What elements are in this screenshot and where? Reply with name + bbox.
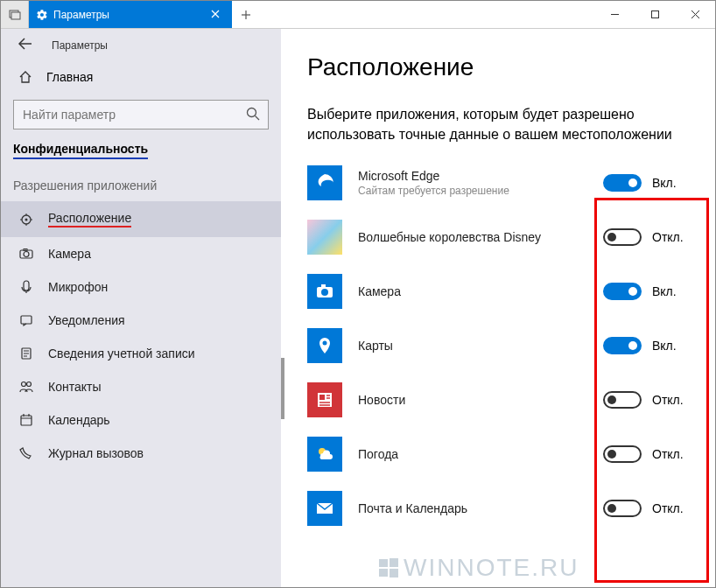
svg-rect-22 — [24, 281, 29, 290]
svg-rect-7 — [651, 11, 658, 18]
sidebar-item[interactable]: Календарь — [1, 403, 281, 437]
minimize-button[interactable] — [594, 1, 635, 28]
app-name: Почта и Календарь — [358, 501, 603, 515]
close-button[interactable] — [675, 1, 715, 28]
nav-icon — [18, 346, 34, 360]
new-tab-button[interactable] — [232, 1, 260, 28]
home-nav[interactable]: Главная — [1, 61, 281, 93]
toggle-switch[interactable] — [603, 228, 642, 246]
search-box[interactable] — [13, 100, 269, 130]
toggle-switch[interactable] — [603, 391, 642, 409]
app-subtext: Сайтам требуется разрешение — [358, 185, 603, 197]
sidebar-item[interactable]: Микрофон — [1, 270, 281, 304]
app-name: Новости — [358, 393, 603, 407]
svg-rect-37 — [321, 284, 326, 287]
svg-point-30 — [27, 382, 32, 387]
app-row: Microsoft EdgeСайтам требуется разрешени… — [307, 165, 698, 200]
app-row: Почта и КалендарьОткл. — [307, 491, 698, 526]
scrollbar-thumb[interactable] — [281, 358, 284, 419]
toggle-switch[interactable] — [603, 283, 642, 300]
tab-title: Параметры — [53, 9, 206, 21]
svg-line-12 — [256, 116, 260, 121]
gear-icon — [36, 9, 48, 21]
app-name: Погода — [358, 447, 603, 461]
app-name: Microsoft Edge — [358, 169, 603, 183]
nav-icon — [18, 313, 34, 327]
toggle-state: Вкл. — [652, 284, 677, 298]
svg-point-36 — [321, 289, 328, 296]
toggle-state: Вкл. — [652, 339, 677, 353]
main-panel: Расположение Выберите приложения, которы… — [281, 29, 715, 587]
svg-rect-31 — [21, 416, 32, 425]
svg-rect-1 — [11, 12, 20, 19]
nav-label: Камера — [48, 247, 91, 261]
app-row: КамераВкл. — [307, 274, 698, 309]
sidebar: Параметры Главная Конфиденциальность Раз… — [1, 29, 281, 587]
toggle-state: Откл. — [652, 501, 684, 515]
page-title: Расположение — [307, 53, 698, 81]
app-name: Карты — [358, 339, 603, 353]
tab-close-icon[interactable] — [206, 9, 225, 21]
back-button[interactable] — [18, 38, 32, 52]
toggle-state: Откл. — [652, 393, 684, 407]
svg-rect-50 — [390, 569, 398, 578]
toggle-state: Откл. — [652, 230, 684, 244]
nav-label: Сведения учетной записи — [48, 346, 195, 360]
app-row: КартыВкл. — [307, 328, 698, 363]
nav-label: Контакты — [48, 380, 101, 394]
svg-point-20 — [24, 252, 29, 257]
search-icon — [246, 107, 260, 124]
svg-point-11 — [248, 108, 256, 117]
sidebar-item[interactable]: Сведения учетной записи — [1, 337, 281, 370]
browser-tab[interactable]: Параметры — [29, 1, 232, 28]
app-name: Камера — [358, 284, 603, 298]
toggle-state: Вкл. — [652, 176, 677, 190]
titlebar: Параметры — [1, 1, 715, 29]
toggle-switch[interactable] — [603, 337, 642, 354]
section-subhead: Разрешения приложений — [1, 159, 281, 201]
nav-label: Журнал вызовов — [48, 446, 144, 460]
sidebar-item[interactable]: Камера — [1, 237, 281, 270]
watermark: WINNOTE.RU — [377, 554, 579, 582]
sidebar-item[interactable]: Журнал вызовов — [1, 437, 281, 470]
app-list: Microsoft EdgeСайтам требуется разрешени… — [307, 165, 698, 526]
sidebar-item[interactable]: Контакты — [1, 370, 281, 403]
nav-icon — [18, 380, 34, 394]
maximize-button[interactable] — [635, 1, 675, 28]
breadcrumb-label: Параметры — [52, 39, 108, 52]
app-row: НовостиОткл. — [307, 382, 698, 417]
toggle-switch[interactable] — [603, 445, 642, 463]
toggle-state: Откл. — [652, 447, 684, 461]
app-row: Волшебные королевства DisneyОткл. — [307, 220, 698, 255]
nav-label: Уведомления — [48, 313, 125, 327]
svg-rect-48 — [390, 558, 398, 567]
app-row: ПогодаОткл. — [307, 437, 698, 472]
category-header: Конфиденциальность — [1, 142, 281, 159]
toggle-switch[interactable] — [603, 500, 642, 517]
svg-point-29 — [22, 382, 26, 387]
nav-label: Расположение — [48, 211, 131, 228]
svg-point-38 — [323, 341, 327, 346]
svg-rect-47 — [379, 559, 388, 567]
sidebar-item[interactable]: Расположение — [1, 201, 281, 237]
app-name: Волшебные королевства Disney — [358, 230, 603, 244]
breadcrumb: Параметры — [1, 34, 281, 61]
nav-icon — [18, 247, 34, 261]
toggle-switch[interactable] — [603, 174, 642, 192]
page-description: Выберите приложения, которым будет разре… — [307, 104, 692, 144]
svg-rect-40 — [319, 395, 325, 400]
search-input[interactable] — [13, 100, 269, 130]
window-controls — [594, 1, 715, 28]
nav-label: Микрофон — [48, 280, 108, 294]
nav-label: Календарь — [48, 413, 110, 427]
home-icon — [18, 70, 34, 84]
nav-icon — [18, 413, 34, 427]
svg-rect-49 — [379, 569, 388, 577]
home-label: Главная — [46, 70, 93, 84]
nav-icon — [18, 446, 34, 460]
nav-icon — [18, 213, 34, 227]
svg-rect-24 — [21, 316, 32, 324]
sidebar-item[interactable]: Уведомления — [1, 304, 281, 337]
svg-point-18 — [25, 218, 28, 220]
taskview-button[interactable] — [1, 1, 29, 28]
